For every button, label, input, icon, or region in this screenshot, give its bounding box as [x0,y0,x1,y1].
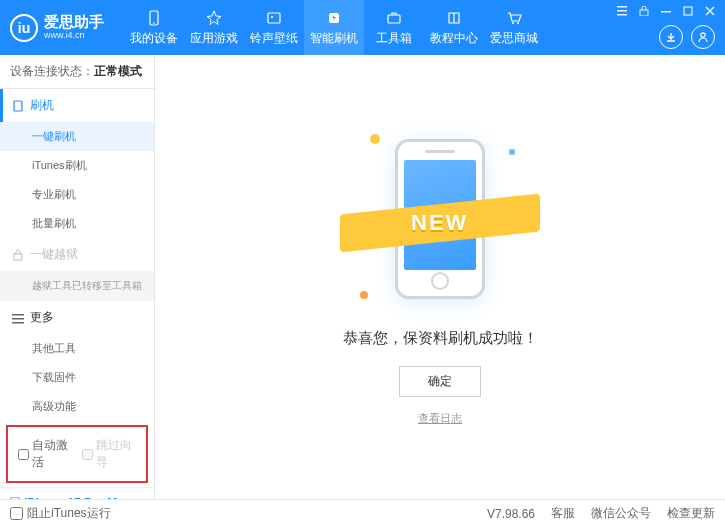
sidebar-item-other[interactable]: 其他工具 [0,334,154,363]
update-link[interactable]: 检查更新 [667,505,715,522]
skip-setup-checkbox[interactable]: 跳过向导 [82,437,136,471]
sidebar-section-flash[interactable]: 刷机 [0,89,154,122]
nav-tutorials[interactable]: 教程中心 [424,0,484,55]
svg-rect-8 [617,6,627,8]
svg-rect-9 [617,10,627,12]
phone-icon [12,100,24,112]
logo-icon: iu [10,14,38,42]
svg-rect-15 [14,101,22,111]
sidebar-item-oneclick[interactable]: 一键刷机 [0,122,154,151]
success-illustration: NEW [350,129,530,309]
toolbox-icon [385,9,403,27]
apps-icon [205,9,223,27]
lock-icon [12,249,24,261]
svg-point-14 [701,33,705,37]
jailbreak-note: 越狱工具已转移至工具箱 [0,271,154,301]
device-info: iPhone 15 Pro Max 512GB iPhone [0,487,154,499]
block-itunes-checkbox[interactable]: 阻止iTunes运行 [10,505,111,522]
nav-flash[interactable]: 智能刷机 [304,0,364,55]
svg-point-1 [153,22,155,24]
svg-rect-16 [14,254,22,260]
auto-activate-checkbox[interactable]: 自动激活 [18,437,72,471]
svg-rect-12 [661,11,671,13]
cart-icon [505,9,523,27]
view-log-link[interactable]: 查看日志 [418,411,462,426]
sidebar-section-more[interactable]: 更多 [0,301,154,334]
svg-rect-13 [684,7,692,15]
wechat-link[interactable]: 微信公众号 [591,505,651,522]
svg-rect-17 [12,314,24,316]
lock-icon[interactable] [637,4,651,18]
user-button[interactable] [691,25,715,49]
book-icon [445,9,463,27]
logo-title: 爱思助手 [44,14,104,31]
version-label: V7.98.66 [487,507,535,521]
svg-rect-11 [640,10,648,16]
sidebar-item-itunes[interactable]: iTunes刷机 [0,151,154,180]
minimize-icon[interactable] [659,4,673,18]
svg-rect-2 [268,13,280,23]
nav-apps[interactable]: 应用游戏 [184,0,244,55]
phone-icon [145,9,163,27]
sidebar: 设备连接状态：正常模式 刷机 一键刷机 iTunes刷机 专业刷机 批量刷机 一… [0,55,155,499]
device-status: 设备连接状态：正常模式 [0,55,154,89]
footer: 阻止iTunes运行 V7.98.66 客服 微信公众号 检查更新 [0,499,725,527]
svg-rect-18 [12,318,24,320]
sidebar-item-advanced[interactable]: 高级功能 [0,392,154,421]
nav-toolbox[interactable]: 工具箱 [364,0,424,55]
svg-rect-5 [388,15,400,23]
main-content: NEW 恭喜您，保资料刷机成功啦！ 确定 查看日志 [155,55,725,499]
svg-rect-19 [12,322,24,324]
app-header: iu 爱思助手 www.i4.cn 我的设备 应用游戏 铃声壁纸 智能刷机 工具… [0,0,725,55]
flash-icon [325,9,343,27]
svg-rect-10 [617,14,627,16]
menu-icon [12,312,24,324]
sidebar-item-pro[interactable]: 专业刷机 [0,180,154,209]
logo: iu 爱思助手 www.i4.cn [10,14,124,42]
download-button[interactable] [659,25,683,49]
image-icon [265,9,283,27]
ok-button[interactable]: 确定 [399,366,481,397]
logo-url: www.i4.cn [44,31,104,41]
sidebar-item-batch[interactable]: 批量刷机 [0,209,154,238]
svg-point-3 [271,16,273,18]
svg-point-7 [517,22,519,24]
nav-my-device[interactable]: 我的设备 [124,0,184,55]
service-link[interactable]: 客服 [551,505,575,522]
svg-point-6 [512,22,514,24]
nav-store[interactable]: 爱思商城 [484,0,544,55]
sidebar-item-firmware[interactable]: 下载固件 [0,363,154,392]
menu-icon[interactable] [615,4,629,18]
options-row: 自动激活 跳过向导 [6,425,148,483]
close-icon[interactable] [703,4,717,18]
window-controls [615,4,717,18]
maximize-icon[interactable] [681,4,695,18]
nav-ringtones[interactable]: 铃声壁纸 [244,0,304,55]
success-message: 恭喜您，保资料刷机成功啦！ [343,329,538,348]
top-nav: 我的设备 应用游戏 铃声壁纸 智能刷机 工具箱 教程中心 爱思商城 [124,0,544,55]
sidebar-section-jailbreak: 一键越狱 [0,238,154,271]
